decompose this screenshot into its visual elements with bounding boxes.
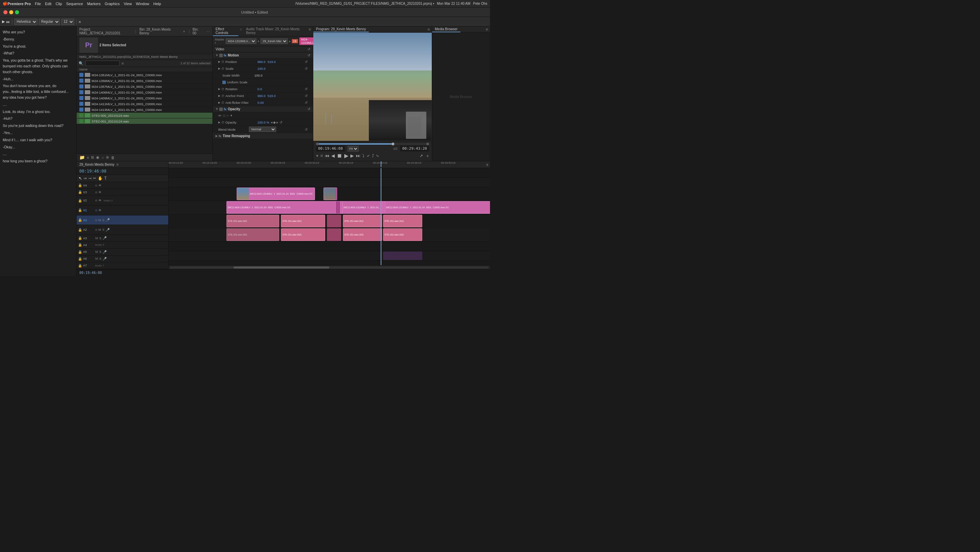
clip-a2-2[interactable]: STE-151.wav [A2] (281, 228, 325, 241)
scale-stopwatch-icon[interactable]: ⏱ (221, 67, 224, 70)
file-item-3[interactable]: M24-1406MLV_1_2021-01-24_0001_C0000.mov (76, 89, 213, 95)
track-v3-lock-icon[interactable]: 🔒 (78, 190, 82, 194)
reset-video-icon[interactable]: ↺ (307, 47, 310, 51)
track-a3-lock-icon[interactable]: 🔒 (78, 236, 82, 240)
anchor-x-value[interactable]: 960.0 (258, 94, 266, 98)
selection-tool[interactable]: ↖ (79, 176, 82, 181)
track-a5-lock-icon[interactable]: 🔒 (78, 250, 82, 254)
progress-thumb[interactable] (391, 143, 394, 145)
font-selector[interactable]: Helvetica (14, 19, 37, 25)
anchor-stopwatch-icon[interactable]: ⏱ (221, 94, 224, 98)
panel-menu-icon[interactable]: ≡ (307, 27, 313, 36)
track-a7-lock-icon[interactable]: 🔒 (78, 264, 82, 268)
tab-effect-controls[interactable]: Effect Controls (213, 27, 239, 36)
position-stopwatch-icon[interactable]: ⏱ (221, 60, 224, 63)
rotation-stopwatch-icon[interactable]: ⏱ (221, 87, 224, 91)
overwrite-icon[interactable]: ⤶ (366, 154, 370, 158)
motion-section-header[interactable]: ▼ fx Motion ↺ (213, 52, 313, 59)
reset-rotation-icon[interactable]: ↺ (305, 87, 307, 91)
clip-a4[interactable] (383, 252, 422, 260)
tab-media-browser[interactable]: Media Browser (432, 27, 460, 32)
clip-a2-4[interactable]: STE-151.wav [A2] (343, 228, 382, 241)
reset-scale-icon[interactable]: ↺ (305, 67, 307, 70)
clip-a1-3[interactable] (327, 215, 341, 227)
zoom-selector[interactable]: Fit (348, 146, 359, 151)
track-a4-lock-icon[interactable]: 🔒 (78, 243, 82, 247)
reset-motion-icon[interactable]: ↺ (307, 54, 310, 57)
feather-icon[interactable]: ✦ (230, 114, 232, 117)
lane-a3[interactable] (169, 242, 490, 251)
pen-icon[interactable]: ✏ (218, 113, 222, 118)
track-v4-sync-icon[interactable]: ⎋ (95, 184, 97, 187)
add-button[interactable]: + (426, 153, 429, 159)
track-a3-s-btn[interactable]: S (99, 236, 102, 240)
track-v1-sync-icon[interactable]: ⎋ (95, 209, 97, 212)
lane-a1[interactable]: STE-151.wav [A1] STE-151.wav [A1] STE-15… (169, 214, 490, 228)
position-x-value[interactable]: 960.0 (258, 60, 266, 63)
track-a2-mic-icon[interactable]: 🎤 (105, 228, 110, 232)
clip-v2-2[interactable] (323, 187, 337, 200)
scale-value[interactable]: 100.0 (258, 67, 266, 70)
list-view-btn[interactable]: ≡ (87, 155, 89, 160)
find-btn[interactable]: ○ (102, 155, 104, 160)
clip-dropdown-left[interactable]: M24-1319MLV... (226, 38, 256, 44)
track-v3-sync-icon[interactable]: ⎋ (95, 190, 97, 194)
step-back-icon[interactable]: ◀ (331, 153, 335, 158)
menu-graphics[interactable]: Graphics (105, 2, 119, 6)
clip-a2-1[interactable]: STE-151.wav [A2] (226, 228, 279, 241)
clip-a2-3[interactable] (327, 228, 341, 241)
motion-fx-checkbox[interactable] (219, 54, 223, 57)
clip-dropdown-right[interactable]: 29_Kevin Meets Be... (261, 38, 288, 44)
clip-a1-4[interactable]: STE-151.wav [A1] (343, 215, 382, 227)
media-browser-menu-icon[interactable]: ≡ (484, 27, 490, 32)
grid-view-btn[interactable]: ⊞ (91, 155, 94, 160)
lift-icon[interactable]: ⤴ (372, 154, 374, 158)
tab-program[interactable]: Program: 29_Kevin Meets Benny (313, 27, 369, 32)
clip-v2-1[interactable]: [MC1] M24-1319MLV_1_2021-01-24_0001_C000… (237, 187, 315, 200)
track-a1-mic-icon[interactable]: 🎤 (105, 218, 110, 222)
blend-mode-selector[interactable]: Normal (249, 127, 276, 132)
reset-blend-icon[interactable]: ↺ (305, 128, 307, 132)
go-to-out-icon[interactable]: ⏭ (356, 153, 360, 158)
file-item-8[interactable]: STE2-001_20210124.wav (76, 119, 213, 124)
anchor-y-value[interactable]: 519.0 (268, 94, 276, 98)
track-v2-lock-icon[interactable]: 🔒 (78, 199, 82, 203)
checkbox-7[interactable] (80, 113, 83, 117)
time-remapping-header[interactable]: ▶ fx Time Remapping (213, 133, 313, 139)
track-v1-lock-icon[interactable]: 🔒 (78, 208, 82, 212)
lane-a5[interactable] (169, 261, 490, 265)
minimize-button[interactable] (9, 10, 13, 14)
script-content[interactable]: Who are you? -Benny. You're a ghost. -Wh… (0, 27, 76, 276)
close-button[interactable] (3, 10, 8, 14)
checkbox-6[interactable] (80, 108, 83, 112)
scrollbar-thumb[interactable] (234, 266, 329, 268)
file-item-2[interactable]: M24-1357MLV_1_2021-01-24_0001_C0000.mov (76, 84, 213, 89)
timeline-timecode[interactable]: 00:19:46:08 (76, 168, 168, 175)
hand-tool[interactable]: ✋ (98, 176, 103, 181)
lane-v3[interactable] (169, 178, 490, 187)
font-size-selector[interactable]: 12 (61, 19, 74, 25)
add-track-button[interactable]: + (486, 162, 488, 167)
track-v2-sync-icon[interactable]: ⎋ (95, 199, 97, 202)
track-a5-mic-icon[interactable]: 🎤 (102, 250, 107, 254)
rotation-value[interactable]: 0.0 (258, 87, 262, 91)
track-a2-lock-icon[interactable]: 🔒 (78, 228, 82, 232)
apple-menu[interactable]: 🍎 (3, 2, 8, 6)
razor-tool[interactable]: ✂ (93, 176, 96, 181)
panel-expand-icon[interactable]: ⋯ (206, 30, 210, 33)
mark-in-icon[interactable]: ⌖ (316, 153, 318, 159)
new-item-btn[interactable]: ⊕ (106, 155, 109, 160)
track-a1-lock-icon[interactable]: 🔒 (78, 218, 82, 222)
menu-help[interactable]: Help (153, 2, 161, 6)
app-name[interactable]: Premiere Pro (8, 2, 31, 6)
export-icon[interactable]: ↗ (420, 154, 423, 158)
step-forward-icon[interactable]: ▶ (350, 153, 354, 158)
clip-v1-4[interactable]: [MC1] M24-1319MLV_1_2021-01-24_0001_C000… (385, 201, 490, 214)
track-a1-sync-icon[interactable]: ⎋ (95, 219, 97, 222)
panel-menu-icon-2[interactable]: ≡ (426, 27, 432, 32)
track-a2-m-btn[interactable]: M (98, 228, 102, 232)
checkbox-8[interactable] (80, 119, 83, 123)
opacity-fx-checkbox[interactable] (219, 108, 223, 111)
lane-v2[interactable]: [MC1] M24-1319MLV_1_2021-01-24_0001_C000… (169, 187, 490, 201)
menu-markers[interactable]: Markers (87, 2, 101, 6)
